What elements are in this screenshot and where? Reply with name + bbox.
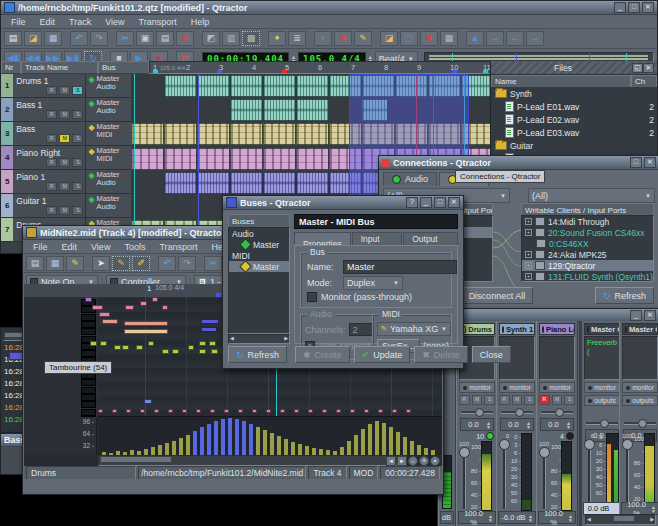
tree-expander-icon[interactable]: + [525, 229, 532, 236]
track-name-cell[interactable]: Guitar 1RMS [13, 194, 85, 217]
midi-note[interactable] [392, 409, 397, 413]
midi-note[interactable] [126, 409, 131, 413]
input-client-item[interactable]: +20:Sound Fusion CS46xx [522, 227, 653, 238]
outputs-button[interactable]: outputs [584, 395, 620, 406]
clip-icon[interactable]: ▤ [26, 256, 44, 271]
strip-s-button[interactable]: S [564, 395, 575, 405]
strip-m-button[interactable]: M [552, 395, 563, 405]
velocity-pane[interactable] [98, 416, 442, 455]
clip[interactable] [197, 172, 230, 194]
volume-fader[interactable]: 0 [499, 433, 509, 511]
track-s-button[interactable]: S [72, 110, 83, 119]
midi-note[interactable] [199, 341, 206, 346]
pencil-tool-icon[interactable]: ✎ [112, 256, 130, 271]
monitor-button[interactable]: monitor [622, 382, 658, 393]
drum-key[interactable] [81, 409, 96, 416]
pan-slider[interactable] [541, 407, 573, 416]
fader-thumb[interactable] [622, 439, 633, 450]
midi-note[interactable] [280, 409, 285, 413]
midi-note[interactable] [201, 327, 217, 332]
midi-note[interactable] [188, 345, 194, 350]
clip[interactable] [131, 123, 164, 145]
strip-m-button[interactable]: M [472, 395, 483, 405]
close-panel-icon[interactable]: ✕ [643, 63, 654, 73]
monitor-button[interactable]: monitor [584, 382, 620, 393]
midi-menu-transport[interactable]: Transport [152, 242, 204, 252]
midi-note[interactable] [252, 409, 257, 413]
tree-expander-icon[interactable]: + [525, 218, 532, 225]
main-titlebar[interactable]: /home/rncbc/tmp/Funkit101.2.qtz [modifie… [1, 1, 657, 15]
midi-note[interactable] [168, 409, 173, 413]
track-bus-cell[interactable]: ◆MasterMIDI [85, 122, 131, 145]
pan-value[interactable]: 0.0▲▼ [500, 418, 534, 431]
velocity-bar[interactable] [424, 448, 428, 455]
midi-note[interactable] [201, 319, 219, 324]
clip[interactable] [263, 148, 296, 170]
track-name-cell[interactable]: Bass 1RMS [13, 98, 85, 121]
clip-delete-icon[interactable]: ✖ [420, 31, 438, 46]
track-r-button[interactable]: R [46, 86, 57, 95]
track-row[interactable]: 6Guitar 1RMS◆MasterAudio [1, 194, 131, 218]
clip[interactable] [197, 148, 230, 170]
clip[interactable] [164, 75, 197, 97]
velocity-bar[interactable] [193, 431, 197, 455]
midi-note[interactable] [182, 409, 187, 413]
pan-spinner[interactable]: ▲▼ [566, 421, 571, 429]
midi-note[interactable] [152, 297, 158, 302]
velocity-bar[interactable] [172, 441, 176, 455]
midi-menu-edit[interactable]: Edit [55, 242, 85, 252]
midi-note[interactable] [162, 305, 168, 310]
midi-note[interactable] [98, 409, 103, 413]
minimize-icon[interactable]: _ [630, 310, 642, 321]
bus-tree-item[interactable]: MIDI [229, 250, 289, 261]
track-m-button[interactable]: M [59, 134, 70, 143]
monitor-button[interactable]: monitor [499, 382, 535, 393]
midi-note[interactable] [364, 409, 369, 413]
tree-expander-icon[interactable]: + [525, 262, 532, 269]
track-s-button[interactable]: S [72, 182, 83, 191]
import-clip-icon[interactable]: ◪ [380, 31, 398, 46]
velocity-bar[interactable] [277, 436, 281, 455]
clip[interactable] [230, 148, 263, 170]
strip-label[interactable]: Master Ou [584, 323, 620, 335]
monitor-button[interactable]: monitor [539, 382, 575, 393]
zoom-out-icon[interactable]: - [408, 456, 418, 466]
strip-label[interactable]: Piano Left [539, 323, 575, 335]
delete-button[interactable]: ✖ Delete [414, 346, 468, 363]
strip-s-button[interactable]: S [524, 395, 535, 405]
fader-thumb[interactable] [499, 439, 510, 450]
velocity-bar[interactable] [158, 445, 162, 455]
velocity-bar[interactable] [151, 447, 155, 455]
clip[interactable] [230, 99, 263, 121]
metronome-icon[interactable]: ▲ [466, 31, 484, 46]
midi-note[interactable] [92, 305, 103, 310]
track-r-button[interactable]: R [46, 182, 57, 191]
zoom-in-icon[interactable]: + [419, 456, 429, 466]
volume-spinner[interactable]: ▲▼ [488, 514, 493, 522]
column-bus[interactable]: Bus [98, 61, 149, 74]
track-name-cell[interactable]: Drums 1RMS [13, 74, 85, 97]
clip[interactable] [296, 75, 329, 97]
volume-spinner[interactable]: ▲▼ [568, 514, 573, 522]
minimize-icon[interactable]: _ [614, 2, 626, 13]
midi-note[interactable] [322, 409, 327, 413]
midi-note[interactable] [294, 409, 299, 413]
scroll-left-icon[interactable]: ◂ [386, 456, 396, 466]
track-r-button[interactable]: R [46, 206, 57, 215]
help-icon[interactable]: ? [406, 197, 418, 208]
files-panel-titlebar[interactable]: Files ◱ ✕ [491, 61, 657, 75]
velocity-bar[interactable] [242, 421, 246, 455]
track-m-button[interactable]: M [59, 158, 70, 167]
strip-r-button[interactable]: R [539, 395, 550, 405]
velocity-bar[interactable] [375, 421, 379, 455]
track-row[interactable]: 1Drums 1RMS◆MasterAudio [1, 74, 131, 98]
input-client-item[interactable]: +24:Akai MPK25 [522, 249, 653, 260]
volume-value[interactable]: 100.0 %▲▼ [538, 511, 576, 524]
velocity-bar[interactable] [368, 424, 372, 455]
clip[interactable] [296, 123, 329, 145]
outputs-button[interactable]: outputs [622, 395, 658, 406]
velocity-bar[interactable] [256, 427, 260, 455]
files-file-row[interactable]: P-Lead E01.wav2 [491, 100, 657, 113]
drum-key[interactable] [81, 321, 96, 328]
refresh-button[interactable]: ↻ Refresh [595, 287, 654, 304]
